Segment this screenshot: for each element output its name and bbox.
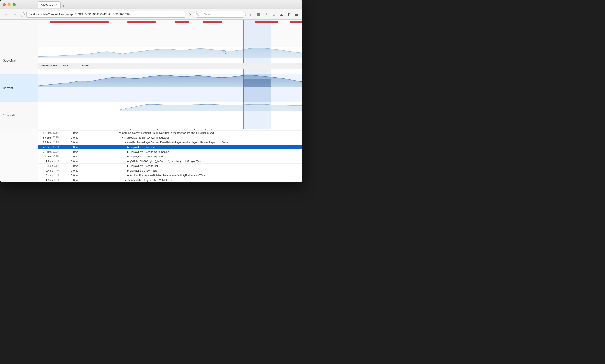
- tree-triangle: ▶: [127, 165, 129, 167]
- tree-triangle: ▶: [127, 160, 129, 162]
- browser-tab[interactable]: Cleopatra ✕: [38, 1, 61, 8]
- running-time-pct: 66.1%: [53, 136, 59, 139]
- search-bar-wrap: 🔍 Search: [194, 11, 246, 18]
- cell-name: ▶ DisplayList::Draw Border: [80, 165, 302, 167]
- cell-self: 0.0ms: [61, 146, 80, 149]
- running-time-pct: 17.0%: [53, 150, 59, 153]
- col-header-name: Name: [80, 63, 302, 69]
- running-time-pct: 16.7%: [53, 155, 59, 158]
- tree-triangle: ▶: [127, 174, 129, 177]
- red-bar-2: [127, 21, 156, 23]
- back-button[interactable]: ←: [3, 11, 9, 18]
- table-row[interactable]: 88.8ms 67.3% 0.0ms ▼ mozilla::layers::Cl…: [38, 130, 302, 135]
- url-text: localhost:4242/?rangeFilters=range_10913…: [29, 13, 131, 16]
- close-button[interactable]: [3, 3, 6, 6]
- running-time-pct: 66.1%: [53, 141, 59, 143]
- cell-name: ▶ DisplayList::Draw Text: [80, 146, 302, 149]
- running-time-pct: 0.6%: [54, 165, 59, 167]
- cell-name: ▼ FrameLayerBuilder::DrawPaintedLayer: [80, 136, 302, 139]
- tab-bar: Cleopatra ✕ +: [19, 1, 300, 8]
- compositor-waveform: [38, 102, 302, 130]
- tree-triangle: ▼: [122, 136, 124, 139]
- running-time-pct: 0.9%: [54, 160, 59, 162]
- function-name: ClientMultiTiledLayerBuffer::ValidateTil…: [127, 179, 173, 182]
- selected-range-overlay: [243, 20, 271, 47]
- table-row[interactable]: 1.6ms 1.2% 0.0ms ▶ ClientMultiTiledLayer…: [38, 178, 302, 182]
- sync-icon[interactable]: ☁: [278, 11, 284, 18]
- cell-self: 0.0ms: [61, 155, 80, 158]
- running-time-value: 22.4ms: [43, 150, 52, 153]
- table-row[interactable]: 1.2ms 0.9% 0.0ms ▶ gfxUtils::ClipToRegio…: [38, 159, 302, 164]
- maximize-button[interactable]: [13, 3, 16, 6]
- col-header-running-time: Running Time: [38, 63, 61, 69]
- info-button[interactable]: i: [20, 12, 25, 17]
- table-row[interactable]: 22.4ms 17.0% 0.0ms ▶ DisplayList::Draw B…: [38, 149, 302, 154]
- tab-close-button[interactable]: ✕: [55, 3, 57, 6]
- table-row[interactable]: 40.0ms 30.3% 0.0ms ▶ DisplayList::Draw T…: [38, 145, 302, 149]
- running-time-pct: 0.3%: [54, 174, 59, 177]
- red-bar-5: [255, 21, 278, 23]
- table-row[interactable]: 0.8ms 0.6% 0.0ms ▶ DisplayList::Draw Bor…: [38, 164, 302, 168]
- timeline-area: 8s 0.8s 1.0s 1.2s 1.4s 1.6s 1.8s 2.0s 2.…: [0, 19, 302, 63]
- tree-triangle: ▼: [119, 132, 121, 134]
- function-name: DisplayList::Draw Border: [130, 165, 158, 167]
- running-time-value: 40.0ms: [43, 146, 52, 149]
- compositor-selected-range: [243, 102, 271, 130]
- search-bar[interactable]: 🔍 Search: [194, 11, 246, 18]
- menu-icon[interactable]: ☰: [293, 11, 300, 18]
- search-placeholder: Search: [204, 13, 213, 16]
- new-tab-button[interactable]: +: [63, 4, 65, 8]
- redbars-content: [38, 20, 302, 47]
- cell-running-time: 0.4ms 0.3%: [38, 169, 61, 172]
- table-row[interactable]: 0.4ms 0.3% 0.0ms ▶ mozilla::FrameLayerBu…: [38, 173, 302, 178]
- col-header-self: Self: [61, 63, 80, 69]
- running-time-value: 0.4ms: [46, 169, 53, 172]
- title-bar: Cleopatra ✕ +: [0, 0, 302, 9]
- running-time-pct: 1.2%: [54, 179, 59, 181]
- content-svg: [38, 75, 302, 102]
- table-row[interactable]: 87.2ms 66.1% 0.0ms ▼ FrameLayerBuilder::…: [38, 135, 302, 140]
- running-time-pct: 67.3%: [53, 131, 59, 134]
- minimize-button[interactable]: [8, 3, 11, 6]
- table-row[interactable]: 0.4ms 0.3% 0.0ms ▶ DisplayList::Draw Ima…: [38, 168, 302, 173]
- zoom-icon: 🔍: [222, 50, 227, 54]
- function-name: DisplayList::Draw Text: [130, 146, 155, 149]
- cell-running-time: 1.6ms 1.2%: [38, 179, 61, 182]
- pocket-icon[interactable]: ◧: [285, 11, 292, 18]
- profiler-container: 8s 0.8s 1.0s 1.2s 1.4s 1.6s 1.8s 2.0s 2.…: [0, 19, 302, 182]
- cell-running-time: 40.0ms 30.3%: [38, 146, 61, 149]
- cell-self: 0.0ms: [61, 141, 80, 144]
- cell-running-time: 22.4ms 17.0%: [38, 150, 61, 153]
- cell-name: ▶ mozilla::FrameLayerBuilder::RecomputeV…: [80, 174, 302, 177]
- cell-self: 0.0ms: [61, 136, 80, 139]
- cell-running-time: 1.2ms 0.9%: [38, 160, 61, 163]
- reload-button[interactable]: ↻: [188, 13, 191, 16]
- forward-button[interactable]: →: [11, 11, 18, 18]
- nav-bar: ← → i localhost:4242/?rangeFilters=range…: [0, 9, 302, 19]
- timeline-row-gecko: GeckoMain: [0, 47, 302, 75]
- download-icon[interactable]: ⬇: [263, 11, 269, 18]
- running-time-value: 1.6ms: [46, 179, 53, 182]
- gecko-label: GeckoMain: [0, 47, 38, 75]
- function-name: FrameLayerBuilder::DrawPaintedLayer: [124, 136, 169, 139]
- table-row[interactable]: 22.0ms 16.7% 0.0ms ▶ DisplayList::Draw B…: [38, 154, 302, 159]
- table-row[interactable]: 87.2ms 66.1% 0.0ms ▼ mozilla::FrameLayer…: [38, 140, 302, 145]
- table-header: Running Time Self Name: [38, 63, 302, 69]
- function-name: DisplayList::Draw Image: [130, 169, 158, 172]
- running-time-value: 0.8ms: [46, 165, 53, 167]
- compositor-label: Compositor: [0, 102, 38, 130]
- gecko-waveform: [38, 47, 302, 75]
- url-bar[interactable]: localhost:4242/?rangeFilters=range_10913…: [27, 11, 186, 18]
- timeline-row-content: Content: [0, 75, 302, 102]
- tab-title: Cleopatra: [41, 3, 53, 6]
- bookmark-star-icon[interactable]: ☆: [248, 11, 254, 18]
- content-waveform: [38, 75, 302, 102]
- function-name: DisplayList::Draw BackgroundColor: [130, 150, 170, 153]
- tree-triangle: ▶: [127, 155, 129, 158]
- timeline-row-compositor: Compositor: [0, 102, 302, 130]
- home-icon[interactable]: ⌂: [270, 11, 277, 18]
- cell-running-time: 0.8ms 0.6%: [38, 165, 61, 167]
- timeline-rows: GeckoMain: [0, 20, 302, 130]
- cell-name: ▼ mozilla::FrameLayerBuilder::DrawPainte…: [80, 141, 302, 144]
- reader-view-icon[interactable]: ▤: [255, 11, 262, 18]
